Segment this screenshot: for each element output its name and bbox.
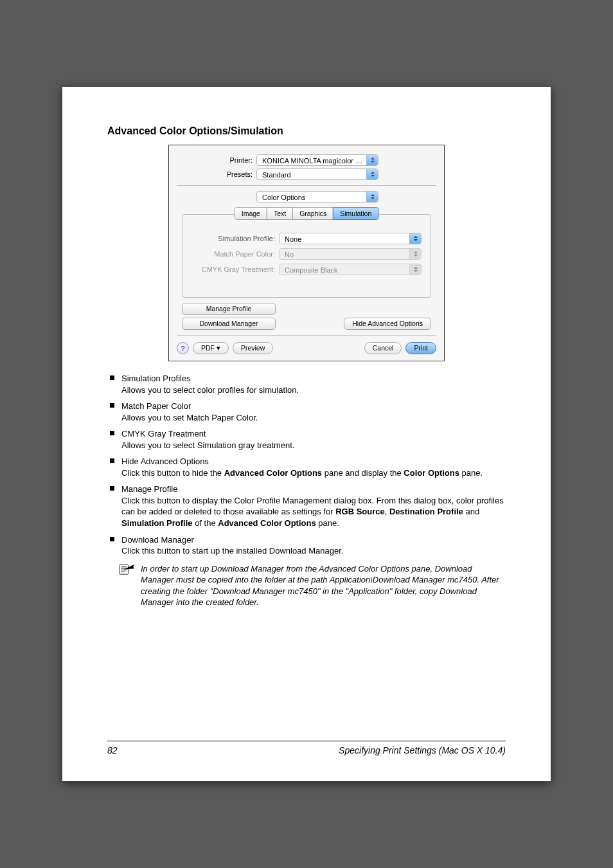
feature-bullet-list: Simulation Profiles Allows you to select… — [107, 373, 506, 557]
dropdown-arrows-icon — [409, 249, 421, 259]
printer-label: Printer: — [177, 156, 256, 164]
presets-select[interactable]: Standard — [256, 168, 378, 180]
tab-simulation[interactable]: Simulation — [333, 207, 378, 220]
bullet-title: Simulation Profiles — [121, 374, 191, 383]
cmyk-gray-value: Composite Black — [285, 266, 338, 274]
presets-value: Standard — [262, 171, 291, 179]
dialog-bottom-bar: ? PDF ▾ Preview Cancel Print — [177, 342, 436, 354]
bullet-desc: Allows you to set Match Paper Color. — [121, 412, 506, 424]
tab-graphics[interactable]: Graphics — [292, 207, 333, 220]
bullet-desc: Click this button to start up the instal… — [121, 545, 506, 557]
tab-strip: Image Text Graphics Simulation — [235, 207, 379, 220]
bullet-title: Hide Advanced Options — [121, 457, 209, 466]
pdf-menu-button[interactable]: PDF ▾ — [193, 342, 229, 354]
printer-select[interactable]: KONICA MINOLTA magicolor … — [256, 154, 378, 166]
bullet-title: Download Manager — [121, 535, 194, 545]
inner-button-group: Manage Profile Download Manager Hide Adv… — [182, 303, 431, 330]
presets-label: Presets: — [177, 170, 256, 178]
dropdown-arrows-icon — [409, 233, 421, 244]
note-block: In order to start up Download Manager fr… — [119, 563, 506, 608]
match-paper-color-select: No — [279, 248, 422, 260]
dropdown-arrows-icon — [366, 192, 378, 202]
bullet-cmyk-gray: CMYK Gray Treatment Allows you to select… — [107, 428, 506, 451]
simulation-profile-select[interactable]: None — [279, 233, 422, 244]
dropdown-arrows-icon — [366, 169, 378, 179]
match-paper-color-value: No — [285, 251, 294, 258]
printer-value: KONICA MINOLTA magicolor … — [262, 157, 362, 165]
svg-rect-0 — [120, 565, 129, 574]
dropdown-arrows-icon — [366, 155, 378, 165]
match-paper-color-label: Match Paper Color: — [191, 250, 279, 258]
bullet-hide-advanced: Hide Advanced Options Click this button … — [107, 456, 506, 478]
footer-title: Specifying Print Settings (Mac OS X 10.4… — [339, 745, 506, 755]
pane-value: Color Options — [262, 194, 305, 201]
print-button[interactable]: Print — [405, 342, 436, 354]
bullet-manage-profile: Manage Profile Click this button to disp… — [107, 484, 506, 529]
bullet-desc: Allows you to select Simulation gray tre… — [121, 440, 506, 451]
help-icon[interactable]: ? — [177, 342, 189, 354]
bullet-title: Manage Profile — [121, 484, 177, 494]
simulation-profile-value: None — [285, 235, 301, 243]
tab-image[interactable]: Image — [235, 207, 267, 220]
page-number: 82 — [107, 745, 118, 755]
bullet-title: Match Paper Color — [121, 401, 191, 411]
color-options-tabbox: Image Text Graphics Simulation Simulatio… — [182, 214, 431, 298]
bullet-match-paper-color: Match Paper Color Allows you to set Matc… — [107, 401, 506, 423]
bullet-desc: Click this button to hide the Advanced C… — [121, 467, 506, 479]
print-dialog-figure: Printer: KONICA MINOLTA magicolor … Pres… — [168, 145, 445, 361]
pane-select[interactable]: Color Options — [256, 191, 378, 203]
simulation-profile-label: Simulation Profile: — [191, 235, 279, 242]
bullet-desc: Allows you to select color profiles for … — [121, 384, 506, 396]
download-manager-button[interactable]: Download Manager — [182, 318, 276, 330]
page: Advanced Color Options/Simulation Printe… — [62, 87, 551, 781]
tab-text[interactable]: Text — [267, 207, 293, 220]
cancel-button[interactable]: Cancel — [364, 342, 402, 354]
bullet-title: CMYK Gray Treatment — [121, 429, 206, 439]
divider — [177, 335, 436, 336]
note-icon — [119, 563, 136, 577]
bullet-download-manager: Download Manager Click this button to st… — [107, 534, 506, 557]
cmyk-gray-select: Composite Black — [279, 264, 422, 275]
cmyk-gray-label: CMYK Gray Treatment: — [191, 266, 279, 273]
bullet-desc: Click this button to display the Color P… — [121, 495, 506, 529]
note-text: In order to start up Download Manager fr… — [141, 563, 506, 608]
divider — [177, 185, 436, 186]
section-heading: Advanced Color Options/Simulation — [107, 125, 506, 137]
bullet-simulation-profiles: Simulation Profiles Allows you to select… — [107, 373, 506, 395]
preview-button[interactable]: Preview — [233, 342, 273, 354]
page-footer: 82 Specifying Print Settings (Mac OS X 1… — [107, 741, 506, 755]
hide-advanced-options-button[interactable]: Hide Advanced Options — [344, 318, 431, 330]
manage-profile-button[interactable]: Manage Profile — [182, 303, 276, 315]
dropdown-arrows-icon — [409, 264, 421, 275]
